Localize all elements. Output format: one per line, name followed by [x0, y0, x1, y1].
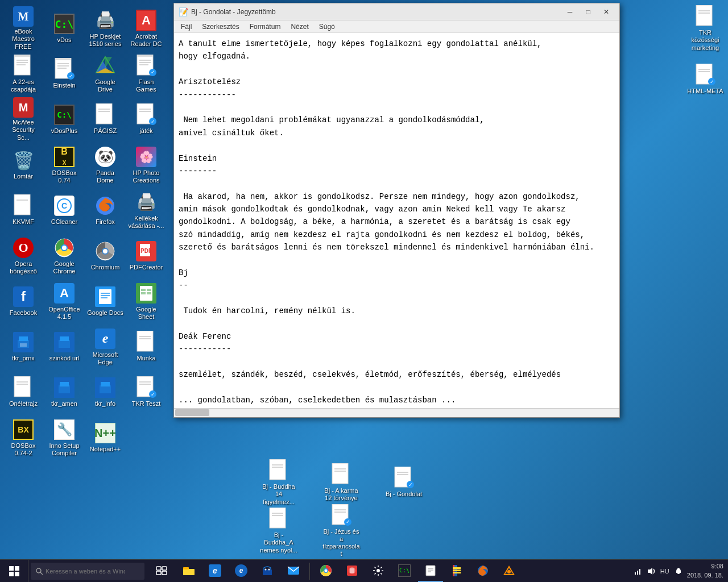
window-titlebar[interactable]: 📝 Bj - Gondolat - Jegyzettömb ─ □ ✕ — [174, 3, 619, 20]
svg-rect-40 — [99, 289, 111, 304]
start-button[interactable] — [0, 560, 28, 583]
svg-rect-126 — [453, 569, 461, 571]
icon-vdosplus[interactable]: C:\ vDosPlus — [44, 97, 85, 142]
menu-help[interactable]: Súgó — [315, 22, 340, 32]
taskbar-app-mail[interactable] — [281, 560, 306, 582]
icon-notepadpp[interactable]: N++ Notepad++ — [85, 415, 126, 460]
icon-inno-setup[interactable]: 🔧 Inno SetupCompiler — [44, 415, 85, 460]
icon-ebook-maestro[interactable]: M eBook Maestro FREE — [3, 6, 44, 51]
svg-rect-50 — [19, 336, 28, 341]
taskbar-app-edge[interactable]: e — [202, 560, 228, 582]
icon-mcafee[interactable]: M McAfeeSecurity Sc... — [3, 97, 44, 142]
notepad-textarea[interactable]: A tanult elme ismertetőjele, hogy képes … — [174, 33, 619, 408]
tray-time[interactable]: 9:08 2018. 09. 18. — [687, 562, 723, 580]
svg-point-92 — [36, 568, 41, 573]
icon-bj-jezus[interactable]: ✓ Bj - Jézus és atízparancsolat — [318, 508, 364, 554]
svg-rect-52 — [59, 340, 70, 348]
maximize-button[interactable]: □ — [580, 4, 597, 20]
menu-format[interactable]: Formátum — [245, 22, 286, 32]
svg-rect-127 — [453, 572, 461, 573]
icon-oneletrajz[interactable]: Önéletrajz — [3, 369, 44, 415]
icon-a22-csapda[interactable]: A 22-escsapdája — [3, 51, 44, 97]
svg-point-110 — [377, 569, 380, 572]
svg-rect-73 — [270, 508, 286, 528]
icon-tkr-prnx[interactable]: tkr_prnx — [3, 324, 44, 369]
svg-rect-62 — [100, 385, 111, 393]
icon-bj-karma[interactable]: Bj - A karma12 törvénye — [318, 460, 364, 505]
icon-chromium[interactable]: Chromium — [85, 233, 126, 278]
icon-bj-buddha-a[interactable]: Bj - Buddha_Anemes nyol... — [256, 508, 301, 554]
icon-dosbox-2[interactable]: BX DOSBox0.74-2 — [3, 415, 44, 460]
taskbar-app-notepad[interactable] — [418, 560, 443, 582]
icon-facebook[interactable]: f Facebook — [3, 278, 44, 324]
icon-ms-edge[interactable]: e MicrosoftEdge — [85, 324, 126, 369]
taskbar-app-file-explorer[interactable] — [176, 560, 201, 582]
taskbar-search[interactable] — [31, 563, 144, 580]
icon-google-docs[interactable]: Google Docs — [85, 278, 126, 324]
icon-munka[interactable]: Munka — [126, 324, 167, 369]
menu-view[interactable]: Nézet — [286, 22, 313, 32]
icon-tkr-kozossegi[interactable]: TKR közösségimarketing — [685, 6, 726, 51]
tray-notifications[interactable] — [673, 566, 684, 576]
taskbar-app-store[interactable] — [255, 560, 280, 582]
tray-volume[interactable] — [646, 566, 656, 576]
svg-rect-57 — [14, 376, 30, 397]
taskbar-app-winrar[interactable] — [444, 560, 469, 582]
search-input[interactable] — [46, 568, 125, 575]
taskbar-app-paint[interactable] — [340, 560, 365, 582]
icon-einstein[interactable]: ✓ Einstein — [44, 51, 85, 97]
icon-flash-games[interactable]: ✓ Flash Games — [126, 51, 167, 97]
icon-dosbox074[interactable]: BX DOSBox 0.74 — [44, 142, 85, 188]
taskbar-app-settings[interactable] — [366, 560, 391, 582]
svg-line-93 — [40, 572, 43, 575]
svg-rect-25 — [14, 194, 30, 215]
svg-point-102 — [268, 568, 270, 570]
icon-bj-buddha14[interactable]: Bj - Buddha14 figyelmez... — [256, 460, 301, 505]
svg-rect-132 — [635, 572, 636, 575]
icon-google-sheets[interactable]: Google Sheet — [126, 278, 167, 324]
svg-rect-63 — [101, 382, 110, 386]
icon-ccleaner[interactable]: C CCleaner — [44, 188, 85, 233]
icon-pdfcreator[interactable]: PDF PDFCreator — [126, 233, 167, 278]
icon-kellekek[interactable]: 🖨️ Kellékekvásárlása -... — [126, 188, 167, 233]
icon-kkvmf[interactable]: KKVMF — [3, 188, 44, 233]
icon-tkr-info[interactable]: tkr_info — [85, 369, 126, 415]
icon-pagisz[interactable]: PÁGISZ — [85, 97, 126, 142]
hscroll-thumb[interactable] — [175, 409, 209, 416]
svg-rect-119 — [426, 566, 435, 576]
center-files-row2: Bj - Buddha14 figyelmez... Bj - A karma1… — [256, 460, 427, 505]
icon-lomtar[interactable]: 🗑️ Lomtár — [3, 142, 44, 188]
icon-tkr-amen[interactable]: tkr_amen — [44, 369, 85, 415]
menu-file[interactable]: Fájl — [176, 22, 196, 32]
icon-hp-deskjet[interactable]: 🖨️ HP Deskjet1510 series — [85, 6, 126, 51]
icon-szinkod-url[interactable]: szinkód url — [44, 324, 85, 369]
icon-bj-gondolat[interactable]: ✓ Bj - Gondolat — [381, 460, 427, 505]
icon-panda-dome[interactable]: 🐼 Panda Dome — [85, 142, 126, 188]
icon-google-chrome[interactable]: GoogleChrome — [44, 233, 85, 278]
menu-edit[interactable]: Szerkesztés — [197, 22, 243, 32]
taskbar-app-cmd[interactable]: C:\ — [392, 560, 417, 582]
icon-tkr-teszt[interactable]: ✓ TKR Teszt — [126, 369, 167, 415]
icon-hp-photo[interactable]: 🌸 HP PhotoCreations — [126, 142, 167, 188]
notepad-hscrollbar[interactable] — [174, 408, 619, 417]
icon-firefox[interactable]: Firefox — [85, 188, 126, 233]
window-controls: ─ □ ✕ — [561, 4, 615, 20]
taskbar-app-ie[interactable]: e — [229, 560, 254, 582]
icon-openoffice[interactable]: A OpenOffice4.1.5 — [44, 278, 85, 324]
close-button[interactable]: ✕ — [598, 4, 615, 20]
icon-vdos[interactable]: C:\ vDos — [44, 6, 85, 51]
taskbar-app-firefox[interactable] — [470, 560, 495, 582]
icon-opera[interactable]: O Operaböngésző — [3, 233, 44, 278]
minimize-button[interactable]: ─ — [561, 4, 578, 20]
taskbar-app-vlc[interactable] — [497, 560, 522, 582]
icon-html-meta[interactable]: ✓ HTML-META — [685, 57, 726, 102]
taskbar-app-chrome[interactable] — [313, 560, 338, 582]
tray-language[interactable]: HU — [660, 566, 670, 576]
icon-acrobat-reader[interactable]: A AcrobatReader DC — [126, 6, 167, 51]
svg-rect-48 — [147, 292, 151, 294]
tray-network[interactable] — [632, 566, 643, 576]
taskbar-task-view[interactable] — [149, 560, 174, 582]
svg-rect-60 — [59, 385, 70, 393]
icon-jatek[interactable]: ✓ játék — [126, 97, 167, 142]
icon-google-drive[interactable]: Google Drive — [85, 51, 126, 97]
